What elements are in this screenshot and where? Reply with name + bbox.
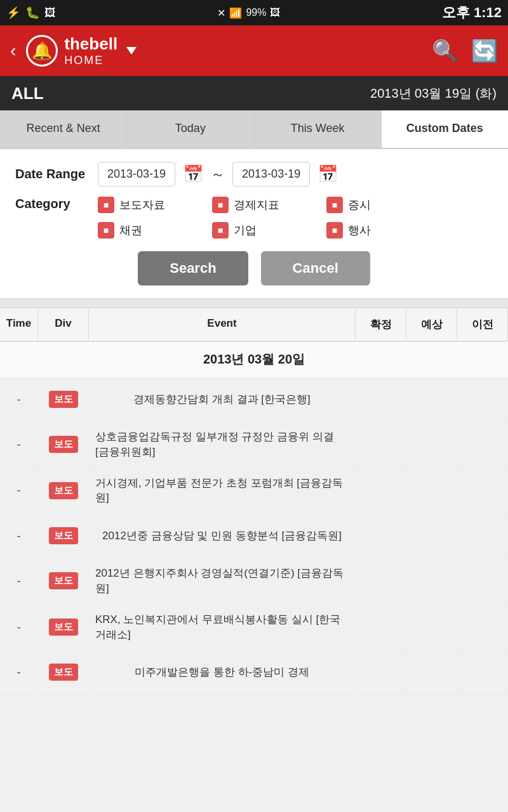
cat-label-채권: 채권 xyxy=(119,223,142,238)
row-div-2: 보도 xyxy=(38,468,89,514)
row-estimate-5 xyxy=(406,605,457,650)
table-row[interactable]: - 보도 상호금융업감독규정 일부개정 규정안 금융위 의결 [금융위원회] xyxy=(0,422,508,468)
row-event-1: 상호금융업감독규정 일부개정 규정안 금융위 의결 [금융위원회] xyxy=(89,422,356,468)
tab-this-week[interactable]: This Week xyxy=(255,110,382,148)
bell-icon: 🔔 xyxy=(26,35,58,67)
cat-checkbox-증시[interactable]: ■ xyxy=(326,197,343,213)
category-items: ■ 보도자료 ■ 경제지표 ■ 증시 ■ 채권 ■ xyxy=(98,197,441,239)
row-prev-3 xyxy=(457,514,508,558)
div-badge-3: 보도 xyxy=(49,527,78,544)
signal-icon: ✕ xyxy=(217,7,225,19)
cat-checkbox-경제지표[interactable]: ■ xyxy=(212,197,229,213)
cat-item-행사[interactable]: ■ 행사 xyxy=(326,222,441,239)
status-time: 오후 1:12 xyxy=(442,3,502,22)
table-row[interactable]: - 보도 거시경제, 기업부품 전문가 초청 포럼개최 [금융감독원] xyxy=(0,468,508,514)
row-estimate-3 xyxy=(406,514,457,558)
cat-label-경제지표: 경제지표 xyxy=(234,197,279,213)
row-time-6: - xyxy=(0,650,38,694)
row-prev-4 xyxy=(457,558,508,604)
row-confirm-2 xyxy=(356,468,406,514)
row-estimate-0 xyxy=(406,377,457,421)
status-bar: ⚡ 🐛 🖼 ✕ 📶 99% 🖼 오후 1:12 xyxy=(0,0,508,25)
category-row: Category ■ 보도자료 ■ 경제지표 ■ 증시 ■ 채 xyxy=(15,197,493,239)
app-name: thebell xyxy=(64,34,117,54)
app-title: thebell HOME xyxy=(64,34,117,67)
cat-label-증시: 증시 xyxy=(348,197,371,213)
back-button[interactable]: ‹ xyxy=(10,41,16,61)
table-row[interactable]: - 보도 2012년 은행지주회사 경영실적(연결기준) [금융감독원] xyxy=(0,558,508,605)
cat-item-경제지표[interactable]: ■ 경제지표 xyxy=(212,197,326,213)
header-estimate: 예상 xyxy=(406,308,457,341)
table-body: - 보도 경제동향간담회 개최 결과 [한국은행] - 보도 상호금융업감독규정… xyxy=(0,377,508,695)
row-event-3: 2012년중 금융상담 및 민원 동향분석 [금융감독원] xyxy=(89,514,356,558)
row-prev-6 xyxy=(457,650,508,694)
app-sub: HOME xyxy=(64,54,117,67)
row-prev-1 xyxy=(457,422,508,468)
div-badge-2: 보도 xyxy=(49,482,78,499)
date-range-row: Date Range 2013-03-19 📅 ～ 2013-03-19 📅 xyxy=(15,162,493,187)
refresh-icon[interactable]: 🔄 xyxy=(471,38,498,63)
row-div-4: 보도 xyxy=(38,558,89,604)
search-icon[interactable]: 🔍 xyxy=(432,38,458,63)
header-event: Event xyxy=(89,308,356,341)
filter-section: Date Range 2013-03-19 📅 ～ 2013-03-19 📅 C… xyxy=(0,149,508,299)
start-calendar-icon[interactable]: 📅 xyxy=(183,164,203,184)
cat-item-기업[interactable]: ■ 기업 xyxy=(212,222,326,239)
tab-recent-next[interactable]: Recent & Next xyxy=(0,110,127,148)
date-range-label: Date Range xyxy=(15,167,98,181)
title-date: 2013년 03월 19일 (화) xyxy=(370,85,497,102)
cat-item-증시[interactable]: ■ 증시 xyxy=(326,197,441,213)
table-row[interactable]: - 보도 경제동향간담회 개최 결과 [한국은행] xyxy=(0,377,508,422)
category-label: Category xyxy=(15,197,98,211)
row-event-2: 거시경제, 기업부품 전문가 초청 포럼개최 [금융감독원] xyxy=(89,468,356,514)
row-div-0: 보도 xyxy=(38,377,89,421)
row-confirm-5 xyxy=(356,605,406,650)
end-calendar-icon[interactable]: 📅 xyxy=(318,164,338,184)
image-icon: 🖼 xyxy=(44,6,56,20)
cat-checkbox-채권[interactable]: ■ xyxy=(98,222,114,239)
title-bar: ALL 2013년 03월 19일 (화) xyxy=(0,76,508,110)
row-prev-2 xyxy=(457,468,508,514)
table-row[interactable]: - 보도 2012년중 금융상담 및 민원 동향분석 [금융감독원] xyxy=(0,514,508,558)
tilde-separator: ～ xyxy=(211,165,225,184)
cat-checkbox-기업[interactable]: ■ xyxy=(212,222,229,239)
date-group: 2013년 03월 20일 xyxy=(0,342,508,377)
app-header: ‹ 🔔 thebell HOME 🔍 🔄 xyxy=(0,25,508,76)
row-event-6: 미주개발은행을 통한 하-중남미 경제 xyxy=(89,650,356,694)
row-prev-0 xyxy=(457,377,508,421)
div-badge-0: 보도 xyxy=(49,391,78,408)
row-estimate-4 xyxy=(406,558,457,604)
header-right: 🔍 🔄 xyxy=(432,38,498,63)
header-prev: 이전 xyxy=(457,308,508,341)
cat-item-보도자료[interactable]: ■ 보도자료 xyxy=(98,197,212,213)
tab-bar: Recent & Next Today This Week Custom Dat… xyxy=(0,110,508,149)
tab-today[interactable]: Today xyxy=(127,110,254,148)
table-row[interactable]: - 보도 KRX, 노인복지관에서 무료배식봉사활동 실시 [한국거래소] xyxy=(0,605,508,651)
end-date-input[interactable]: 2013-03-19 xyxy=(232,162,310,187)
row-div-3: 보도 xyxy=(38,514,89,558)
search-button[interactable]: Search xyxy=(138,251,248,285)
header-time: Time xyxy=(0,308,38,341)
row-event-4: 2012년 은행지주회사 경영실적(연결기준) [금융감독원] xyxy=(89,558,356,604)
dropdown-arrow-icon[interactable] xyxy=(126,47,137,55)
cat-checkbox-행사[interactable]: ■ xyxy=(326,222,343,239)
row-confirm-1 xyxy=(356,422,406,468)
cat-label-행사: 행사 xyxy=(348,223,371,238)
table-row[interactable]: - 보도 미주개발은행을 통한 하-중남미 경제 xyxy=(0,650,508,695)
tab-custom-dates[interactable]: Custom Dates xyxy=(382,110,508,148)
header-div: Div xyxy=(38,308,89,341)
start-date-input[interactable]: 2013-03-19 xyxy=(98,162,175,187)
row-time-3: - xyxy=(0,514,38,558)
battery-text: 99% xyxy=(246,7,266,18)
row-confirm-4 xyxy=(356,558,406,604)
cancel-button[interactable]: Cancel xyxy=(261,251,370,285)
row-estimate-2 xyxy=(406,468,457,514)
div-badge-6: 보도 xyxy=(49,664,78,681)
bug-icon: 🐛 xyxy=(25,6,39,20)
cat-checkbox-보도자료[interactable]: ■ xyxy=(98,197,114,213)
cat-item-채권[interactable]: ■ 채권 xyxy=(98,222,212,239)
button-row: Search Cancel xyxy=(15,251,493,285)
category-row-1: ■ 보도자료 ■ 경제지표 ■ 증시 xyxy=(98,197,441,213)
header-confirm: 확정 xyxy=(356,308,406,341)
all-label: ALL xyxy=(11,84,44,103)
